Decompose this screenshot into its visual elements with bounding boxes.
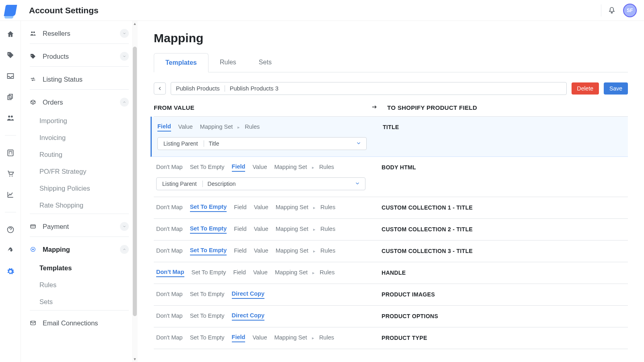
sidebar-item-products[interactable]: Products <box>30 46 129 66</box>
pill-value[interactable]: Value <box>253 269 268 277</box>
pill-rules[interactable]: Rules <box>320 226 335 233</box>
sidebar-item-mapping[interactable]: Mapping <box>30 239 129 259</box>
pill-value[interactable]: Value <box>252 334 267 342</box>
pill-mapping-set[interactable]: Mapping Set <box>276 204 308 212</box>
sidebar-item-payment[interactable]: Payment <box>30 216 129 237</box>
delete-button[interactable]: Delete <box>572 82 599 95</box>
chevron-down-icon[interactable] <box>351 140 366 147</box>
pill-rules[interactable]: Rules <box>320 204 335 212</box>
pill-field[interactable]: Field <box>233 269 246 277</box>
chevron-down-icon[interactable] <box>350 181 365 187</box>
pill-don-t-map[interactable]: Don't Map <box>156 204 183 212</box>
pill-mapping-set[interactable]: Mapping Set <box>274 164 307 171</box>
sidebar-item-resellers[interactable]: Resellers <box>30 23 129 43</box>
pill-set-to-empty[interactable]: Set To Empty <box>190 247 227 255</box>
sidebar-sub-rate-shopping[interactable]: Rate Shopping <box>39 197 129 214</box>
rocket-icon[interactable] <box>6 246 15 255</box>
app-logo[interactable] <box>0 5 21 16</box>
pill-value[interactable]: Value <box>252 164 267 171</box>
pill-don-t-map[interactable]: Don't Map <box>156 334 183 342</box>
avatar[interactable]: SF <box>623 4 637 17</box>
pill-rules[interactable]: Rules <box>320 269 334 277</box>
pill-don-t-map[interactable]: Don't Map <box>156 313 183 320</box>
pill-mapping-set[interactable]: Mapping Set <box>200 123 233 131</box>
home-icon[interactable] <box>6 30 15 39</box>
pill-set-to-empty[interactable]: Set To Empty <box>190 164 225 171</box>
calc-icon[interactable] <box>6 148 15 157</box>
pill-direct-copy[interactable]: Direct Copy <box>232 312 264 321</box>
chevron-down-icon[interactable] <box>120 29 129 38</box>
mapping-row: Don't MapSet To EmptyDirect CopyPRODUCT … <box>154 306 628 327</box>
sidebar-sub-rules[interactable]: Rules <box>39 276 129 293</box>
pill-mapping-set[interactable]: Mapping Set <box>275 269 308 277</box>
chevron-up-icon[interactable] <box>120 245 129 254</box>
back-button[interactable] <box>154 82 166 95</box>
tag-icon[interactable] <box>6 51 15 60</box>
pill-don-t-map[interactable]: Don't Map <box>156 291 183 298</box>
sidebar-sub-shipping-policies[interactable]: Shipping Policies <box>39 180 129 197</box>
pill-rules[interactable]: Rules <box>319 164 334 171</box>
sidebar-item-orders[interactable]: Orders <box>30 92 129 112</box>
chevron-down-icon[interactable] <box>120 222 129 231</box>
tab-sets[interactable]: Sets <box>248 53 283 72</box>
pill-field[interactable]: Field <box>157 123 171 132</box>
pill-mapping-set[interactable]: Mapping Set <box>274 334 307 342</box>
pill-set-to-empty[interactable]: Set To Empty <box>190 225 227 234</box>
help-icon[interactable] <box>6 225 15 234</box>
tab-templates[interactable]: Templates <box>154 53 208 72</box>
inbox-icon[interactable] <box>6 72 15 80</box>
field-select[interactable]: Listing ParentDescription <box>156 177 365 190</box>
chevron-up-icon[interactable] <box>120 98 129 107</box>
sidebar-item-email-connections[interactable]: Email Connections <box>30 313 129 333</box>
pill-direct-copy[interactable]: Direct Copy <box>232 290 264 299</box>
sidebar-sub-sets[interactable]: Sets <box>39 293 129 310</box>
users-icon[interactable] <box>6 113 15 122</box>
pill-don-t-map[interactable]: Don't Map <box>156 269 184 277</box>
sidebar-sub-importing[interactable]: Importing <box>39 112 129 129</box>
bell-icon[interactable] <box>608 6 616 14</box>
pill-field[interactable]: Field <box>234 247 246 255</box>
tab-rules[interactable]: Rules <box>208 53 248 72</box>
pill-set-to-empty[interactable]: Set To Empty <box>192 269 226 277</box>
pill-set-to-empty[interactable]: Set To Empty <box>190 313 225 320</box>
pill-set-to-empty[interactable]: Set To Empty <box>190 204 227 212</box>
pill-value[interactable]: Value <box>254 226 268 233</box>
gear-icon[interactable] <box>6 267 15 276</box>
pill-value[interactable]: Value <box>178 123 193 131</box>
pill-don-t-map[interactable]: Don't Map <box>156 164 183 171</box>
target-field-label: CUSTOM COLLECTION 2 - TITLE <box>382 226 628 232</box>
sidebar-sub-routing[interactable]: Routing <box>39 146 129 163</box>
mapping-row: FieldValueMapping Set▸RulesListing Paren… <box>151 117 628 157</box>
pill-value[interactable]: Value <box>254 204 268 212</box>
chart-icon[interactable] <box>6 190 15 199</box>
pill-rules[interactable]: Rules <box>245 123 260 131</box>
sidebar-scrollbar[interactable]: ▲ ▼ <box>132 21 138 362</box>
pill-set-to-empty[interactable]: Set To Empty <box>190 291 225 298</box>
sidebar-sub-invoicing[interactable]: Invoicing <box>39 129 129 146</box>
pill-field[interactable]: Field <box>234 226 246 233</box>
cart-icon[interactable] <box>6 169 15 178</box>
pill-field[interactable]: Field <box>232 334 246 342</box>
sidebar-item-label: Resellers <box>43 30 70 37</box>
pill-value[interactable]: Value <box>254 247 268 255</box>
sidebar-item-label: Email Connections <box>43 319 98 327</box>
chevron-down-icon[interactable] <box>120 52 129 61</box>
pill-field[interactable]: Field <box>234 204 246 212</box>
pill-rules[interactable]: Rules <box>319 334 334 342</box>
field-select[interactable]: Listing ParentTitle <box>157 137 367 150</box>
pill-rules[interactable]: Rules <box>320 247 335 255</box>
template-name-input[interactable]: Publish Products Publish Products 3 <box>171 82 567 95</box>
save-button[interactable]: Save <box>604 82 628 95</box>
box-icon <box>30 99 37 105</box>
sidebar-item-listing-status[interactable]: Listing Status <box>30 69 129 89</box>
sidebar-sub-templates[interactable]: Templates <box>39 259 129 276</box>
topbar: Account Settings SF <box>0 0 644 21</box>
pill-mapping-set[interactable]: Mapping Set <box>276 226 308 233</box>
pill-don-t-map[interactable]: Don't Map <box>156 226 183 233</box>
pill-set-to-empty[interactable]: Set To Empty <box>190 334 225 342</box>
copy-icon[interactable] <box>6 93 15 101</box>
pill-don-t-map[interactable]: Don't Map <box>156 247 183 255</box>
sidebar-sub-po-fr-strategy[interactable]: PO/FR Strategy <box>39 163 129 180</box>
pill-mapping-set[interactable]: Mapping Set <box>276 247 308 255</box>
pill-field[interactable]: Field <box>232 163 246 172</box>
